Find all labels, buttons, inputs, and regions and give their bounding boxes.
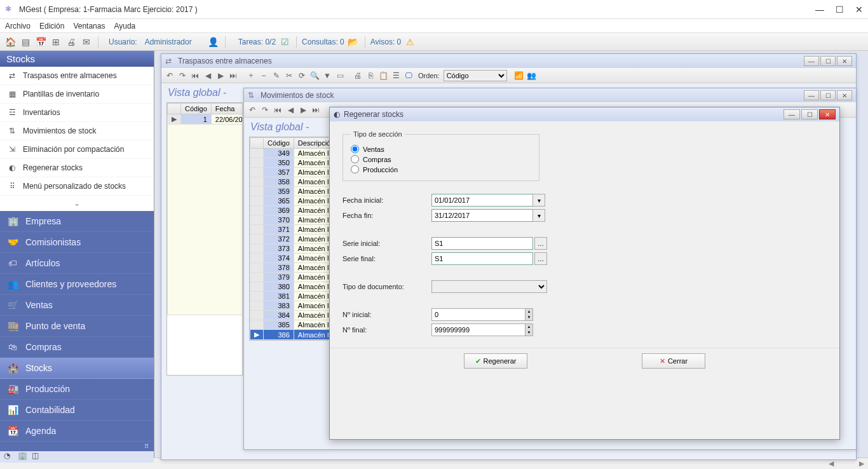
- cell-codigo[interactable]: 386: [264, 330, 294, 340]
- scroll-right-icon[interactable]: ▶: [859, 459, 864, 468]
- cut-icon[interactable]: ✂: [283, 70, 295, 81]
- nav-item-empresa[interactable]: 🏢Empresa: [0, 211, 154, 232]
- grid-icon[interactable]: ⊞: [50, 36, 62, 48]
- cell-codigo[interactable]: 369: [264, 206, 294, 215]
- table-row[interactable]: 359Almacén I: [250, 187, 335, 196]
- calendar-icon[interactable]: 📅: [34, 36, 47, 48]
- spin-down-icon[interactable]: ▼: [525, 330, 532, 336]
- close-button[interactable]: ✕: [837, 56, 852, 66]
- cell-codigo[interactable]: 370: [264, 215, 294, 225]
- table-row[interactable]: 383Almacén I: [250, 301, 335, 311]
- tipo-documento-select[interactable]: [431, 280, 547, 293]
- gauge-icon[interactable]: ◔: [4, 451, 15, 463]
- no-inicial-input[interactable]: [432, 309, 525, 320]
- calendar-icon[interactable]: ▾: [532, 209, 545, 222]
- minimize-button[interactable]: —: [815, 4, 824, 15]
- close-button[interactable]: ✕: [837, 90, 852, 100]
- tree-item-inventarios[interactable]: ☲Inventarios: [0, 104, 154, 122]
- card-icon[interactable]: ▭: [334, 70, 346, 81]
- cell-codigo[interactable]: 349: [264, 149, 294, 158]
- table-row[interactable]: 379Almacén I: [250, 273, 335, 282]
- antenna-icon[interactable]: 📶: [513, 70, 525, 81]
- avisos-label[interactable]: Avisos: 0: [370, 37, 401, 46]
- table-row[interactable]: 385Almacén I: [250, 320, 335, 330]
- paste-icon[interactable]: 📋: [377, 70, 389, 81]
- nav-item-ventas[interactable]: 🛒Ventas: [0, 295, 154, 316]
- table-row[interactable]: ▶386Almacén I: [250, 330, 335, 340]
- radio-ventas[interactable]: [351, 145, 359, 153]
- menu-archivo[interactable]: Archivo: [5, 22, 31, 31]
- cell-codigo[interactable]: 381: [264, 292, 294, 301]
- serie-final-input[interactable]: [431, 252, 533, 265]
- spin-up-icon[interactable]: ▲: [525, 324, 532, 330]
- close-button[interactable]: ✕: [819, 109, 836, 119]
- first-icon[interactable]: ⏮: [189, 70, 201, 81]
- undo-icon[interactable]: ↶: [164, 70, 175, 81]
- cell-codigo[interactable]: 357: [264, 168, 294, 177]
- prev-icon[interactable]: ◀: [202, 70, 214, 81]
- menu-edicion[interactable]: Edición: [39, 22, 64, 31]
- refresh-icon[interactable]: ⟳: [296, 70, 308, 81]
- traspasos-grid[interactable]: CódigoFecha ▶122/06/20: [166, 102, 243, 376]
- cell-codigo[interactable]: 384: [264, 311, 294, 320]
- close-button[interactable]: ✕: [855, 4, 863, 15]
- cell-codigo[interactable]: 383: [264, 301, 294, 311]
- remove-icon[interactable]: −: [258, 70, 269, 81]
- cell-codigo[interactable]: 373: [264, 244, 294, 254]
- nav-item-punto-de-venta[interactable]: 🏬Punto de venta: [0, 316, 154, 337]
- table-row[interactable]: 350Almacén I: [250, 158, 335, 168]
- cell[interactable]: 22/06/20: [211, 114, 243, 125]
- cell-codigo[interactable]: 380: [264, 282, 294, 292]
- tree-item-traspasos[interactable]: ⇄Traspasos entre almacenes: [0, 67, 154, 85]
- no-final-input[interactable]: [432, 324, 525, 336]
- filter-icon[interactable]: ▼: [322, 70, 333, 81]
- home-icon[interactable]: 🏠: [4, 36, 17, 48]
- edit-icon[interactable]: ✎: [271, 70, 282, 81]
- table-row[interactable]: 357Almacén I: [250, 168, 335, 177]
- no-final-spinner[interactable]: ▲▼: [431, 323, 533, 336]
- list-icon[interactable]: ▤: [19, 36, 32, 48]
- nav-item-compras[interactable]: 🛍Compras: [0, 337, 154, 358]
- cell-codigo[interactable]: 350: [264, 158, 294, 168]
- cell-codigo[interactable]: 371: [264, 225, 294, 234]
- cell-codigo[interactable]: 379: [264, 273, 294, 282]
- first-icon[interactable]: ⏮: [272, 104, 283, 116]
- mail-icon[interactable]: ✉: [80, 36, 93, 48]
- table-row[interactable]: 378Almacén I: [250, 263, 335, 273]
- calendar-icon[interactable]: ▾: [532, 194, 545, 207]
- cell-codigo[interactable]: 365: [264, 196, 294, 206]
- serie-inicial-input[interactable]: [431, 237, 533, 250]
- minimize-button[interactable]: —: [783, 109, 800, 119]
- table-row[interactable]: 373Almacén I: [250, 244, 335, 254]
- nav-item-producción[interactable]: 🏭Producción: [0, 379, 154, 400]
- maximize-button[interactable]: ☐: [801, 109, 818, 119]
- next-icon[interactable]: ▶: [215, 70, 226, 81]
- undo-icon[interactable]: ↶: [247, 104, 258, 116]
- add-icon[interactable]: ＋: [245, 70, 257, 81]
- tree-item-menu-personalizado[interactable]: ⠿Menú personalizado de stocks: [0, 177, 154, 196]
- print-icon[interactable]: 🖨: [352, 70, 363, 81]
- nav-item-contabilidad[interactable]: 📊Contabilidad: [0, 400, 154, 421]
- tasks-icon[interactable]: ☑: [278, 36, 291, 48]
- list-icon[interactable]: ☰: [390, 70, 402, 81]
- cell-codigo[interactable]: 359: [264, 187, 294, 196]
- lookup-button[interactable]: …: [534, 252, 547, 265]
- tree-expand-chevron[interactable]: ⌄: [0, 196, 154, 211]
- next-icon[interactable]: ▶: [297, 104, 309, 116]
- print-icon[interactable]: 🖨: [65, 36, 78, 48]
- table-row[interactable]: 372Almacén I: [250, 234, 335, 244]
- nav-item-clientes-y-proveedores[interactable]: 👥Clientes y proveedores: [0, 274, 154, 295]
- tree-item-eliminacion[interactable]: ⇲Eliminación por compactación: [0, 140, 154, 159]
- warning-icon[interactable]: ⚠: [403, 36, 416, 48]
- nav-item-comisionistas[interactable]: 🤝Comisionistas: [0, 232, 154, 253]
- col-codigo[interactable]: Código: [264, 138, 294, 149]
- regenerar-button[interactable]: ✔Regenerar: [464, 353, 527, 369]
- people-icon[interactable]: 👥: [526, 70, 538, 81]
- spin-down-icon[interactable]: ▼: [525, 315, 532, 320]
- screen-icon[interactable]: 🖵: [403, 70, 414, 81]
- nav-item-artículos[interactable]: 🏷Artículos: [0, 253, 154, 274]
- chart-icon[interactable]: ◫: [32, 451, 43, 463]
- cell-codigo[interactable]: 374: [264, 254, 294, 263]
- table-row[interactable]: 358Almacén I: [250, 177, 335, 187]
- cell-codigo[interactable]: 378: [264, 263, 294, 273]
